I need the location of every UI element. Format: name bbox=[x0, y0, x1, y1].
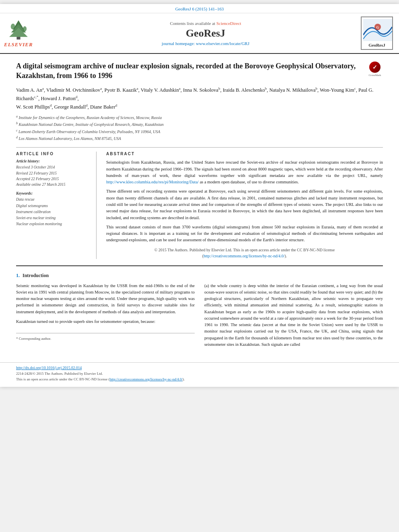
keyword-1: Data rescue bbox=[16, 197, 90, 203]
author-vladimir: Vladimir M. Ovtchinnikova bbox=[46, 87, 102, 93]
author-wscott: W. Scott Phillipsd bbox=[16, 104, 51, 110]
keyword-4: Soviet-era nuclear testing bbox=[16, 215, 90, 221]
georesj-logo-icon: G bbox=[363, 19, 392, 41]
abstract-p1: Seismologists from Kazakhstan, Russia, a… bbox=[106, 159, 383, 185]
page: GeoResJ 6 (2015) 141–163 ELSEVIER bbox=[0, 4, 399, 387]
introduction-body: Seismic monitoring was developed in Kaza… bbox=[16, 283, 383, 351]
svg-point-5 bbox=[23, 26, 27, 31]
journal-homepage: journal homepage: www.elsevier.com/locat… bbox=[162, 41, 249, 46]
section-title-introduction: 1. Introduction bbox=[16, 273, 383, 279]
main-content: A digital seismogram archive of nuclear … bbox=[0, 54, 399, 358]
section-title-text: Introduction bbox=[23, 273, 49, 278]
keyword-5: Nuclear explosion monitoring bbox=[16, 221, 90, 227]
author-vadim: Vadim A. Ana bbox=[16, 87, 44, 93]
citation-text: GeoResJ 6 (2015) 141–163 bbox=[175, 6, 224, 11]
section-number: 1. bbox=[16, 273, 20, 278]
author-natalya: Natalya N. Mikhailovab bbox=[269, 87, 317, 93]
sciencedirect-link[interactable]: ScienceDirect bbox=[216, 21, 241, 26]
georesj-logo-box: G GeoResJ bbox=[361, 16, 393, 50]
bottom-footer: http://dx.doi.org/10.1016/j.grj.2015.02.… bbox=[0, 362, 399, 387]
keyword-2: Digital seismograms bbox=[16, 203, 90, 209]
top-citation-bar: GeoResJ 6 (2015) 141–163 bbox=[0, 4, 399, 13]
crossmark-text: CrossMark bbox=[368, 74, 381, 77]
article-info-col: Article Info Article history: Received 3… bbox=[16, 152, 97, 259]
footnote-area: * Corresponding author. bbox=[16, 333, 195, 341]
data-url-link[interactable]: http://www.kleo.columbia.edu/res/pi/Moni… bbox=[106, 180, 199, 184]
available-date: Available online 27 March 2015 bbox=[16, 182, 90, 187]
corresponding-author-note: * Corresponding author. bbox=[16, 337, 195, 341]
authors-line: Vadim A. Ana, Vladimir M. Ovtchinnikova,… bbox=[16, 86, 383, 111]
elsevier-tree-icon bbox=[4, 18, 33, 41]
journal-name-heading: GeoResJ bbox=[186, 27, 225, 39]
crossmark-icon: ✓ bbox=[369, 62, 380, 73]
revised-date: Revised 22 February 2015 bbox=[16, 170, 90, 176]
intro-col-left: Seismic monitoring was developed in Kaza… bbox=[16, 283, 195, 351]
article-title: A digital seismogram archive of nuclear … bbox=[16, 61, 383, 81]
affil-c: c Lamont-Doherty Earth Observatory of Co… bbox=[16, 128, 383, 135]
journal-header-left: ELSEVIER bbox=[4, 16, 52, 50]
svg-text:G: G bbox=[376, 25, 379, 29]
abstract-p3: This second dataset consists of more tha… bbox=[106, 224, 383, 244]
abstract-text: Seismologists from Kazakhstan, Russia, a… bbox=[106, 159, 383, 259]
keyword-3: Instrument calibration bbox=[16, 209, 90, 215]
introduction-section: 1. Introduction Seismic monitoring was d… bbox=[16, 273, 383, 351]
intro-col-right: (a) the whole country is deep within the… bbox=[204, 283, 383, 351]
crossmark-badge: ✓ CrossMark bbox=[367, 61, 383, 77]
author-inna: Inna N. Sokolovab bbox=[183, 87, 220, 93]
author-iraida: Iraida B. Aleschenkob bbox=[223, 87, 267, 93]
author-diane-baker: Diane Bakerd bbox=[90, 104, 117, 110]
article-history-label: Article history: bbox=[16, 159, 90, 163]
affil-a: a Institute for Dynamics of the Geospher… bbox=[16, 114, 383, 121]
keywords-label: Keywords: bbox=[16, 191, 90, 195]
intro-p1: Seismic monitoring was developed in Kaza… bbox=[16, 283, 195, 315]
elsevier-logo: ELSEVIER bbox=[4, 18, 33, 48]
contents-line: Contents lists available at ScienceDirec… bbox=[170, 21, 241, 26]
journal-header-right: G GeoResJ bbox=[359, 16, 395, 50]
abstract-p2: Three different sets of recording system… bbox=[106, 188, 383, 221]
section-divider-1 bbox=[16, 147, 383, 148]
author-george-randall: George Randalld bbox=[54, 104, 88, 110]
svg-point-4 bbox=[11, 24, 15, 30]
article-title-section: A digital seismogram archive of nuclear … bbox=[16, 61, 383, 81]
affiliations: a Institute for Dynamics of the Geospher… bbox=[16, 114, 383, 142]
affil-b: b Kazakhstan National Data Centre, Insti… bbox=[16, 121, 383, 127]
received-date: Received 3 October 2014 bbox=[16, 164, 90, 170]
homepage-url[interactable]: www.elsevier.com/locate/GRJ bbox=[196, 41, 249, 46]
abstract-col: Abstract Seismologists from Kazakhstan, … bbox=[106, 152, 383, 259]
journal-header-center: Contents lists available at ScienceDirec… bbox=[56, 16, 355, 50]
author-vitaly: Vitaly V. Adushkina bbox=[141, 87, 181, 93]
footer-license: 2214-2428/© 2015 The Authors. Published … bbox=[16, 371, 383, 382]
elsevier-text: ELSEVIER bbox=[4, 41, 33, 48]
journal-header: ELSEVIER Contents lists available at Sci… bbox=[0, 13, 399, 54]
author-pyotr: Pyotr B. Kaazika bbox=[105, 87, 138, 93]
accepted-date: Accepted 22 February 2015 bbox=[16, 176, 90, 182]
big-divider bbox=[16, 265, 383, 266]
license-url-link[interactable]: http://creativecommons.org/licenses/by-n… bbox=[204, 254, 284, 258]
georesj-logo-text: GeoResJ bbox=[363, 43, 391, 47]
article-info-title: Article Info bbox=[16, 152, 90, 156]
author-wonyoung: Won-Young Kimc bbox=[320, 87, 356, 93]
footer-license-text: This is an open access article under the… bbox=[16, 377, 185, 381]
article-info-abstract-section: Article Info Article history: Received 3… bbox=[16, 152, 383, 259]
abstract-title: Abstract bbox=[106, 152, 383, 156]
affil-d: d Los Alamos National Laboratory, Los Al… bbox=[16, 135, 383, 142]
author-howard-patton: Howard J. Pattond bbox=[41, 96, 77, 101]
intro-text-right: (a) the whole country is deep within the… bbox=[204, 283, 383, 348]
doi-link[interactable]: http://dx.doi.org/10.1016/j.grj.2015.02.… bbox=[16, 366, 383, 370]
footer-license-url[interactable]: http://creativecommons.org/licenses/by-n… bbox=[110, 377, 183, 381]
intro-p3: (a) the whole country is deep within the… bbox=[204, 283, 383, 348]
intro-text-left: Seismic monitoring was developed in Kaza… bbox=[16, 283, 195, 325]
intro-p2: Kazakhstan turned out to provide superb … bbox=[16, 318, 195, 325]
abstract-copyright: © 2015 The Authors. Published by Elsevie… bbox=[106, 247, 383, 259]
